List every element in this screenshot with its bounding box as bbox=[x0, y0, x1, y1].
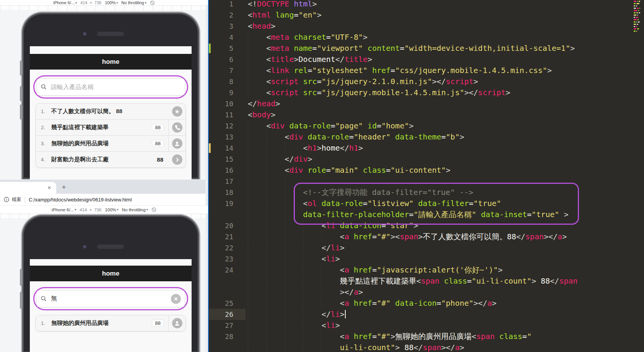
line-number: 24 bbox=[209, 264, 233, 276]
code-text: <a href="#"><span>不了人數文檔你可以簡。88</span></… bbox=[248, 231, 567, 242]
code-line[interactable]: 14 <h1>home</h1> bbox=[209, 143, 644, 154]
zoom-select[interactable]: 100% ▾ bbox=[105, 208, 118, 212]
code-line[interactable]: 21 <a href="#"><span>不了人數文檔你可以簡。88</span… bbox=[209, 231, 644, 242]
code-line[interactable]: 7 <link rel="stylesheet" href="css/jquer… bbox=[209, 65, 644, 76]
code-line[interactable]: 28 <a href="#">無聊她的廣州用品廣場<span class=" bbox=[209, 331, 644, 342]
viewport-height[interactable]: 736 bbox=[94, 208, 101, 212]
code-line[interactable]: 18 <!--文字搜尋功能 data-filter="true" --> bbox=[209, 187, 644, 198]
code-line[interactable]: 9 <script src="js/jquery.mobile-1.4.5.mi… bbox=[209, 87, 644, 98]
list-item[interactable]: 3.無聊她的廣州用品廣場88 bbox=[36, 135, 185, 151]
volume-down-button bbox=[20, 292, 23, 309]
search-input[interactable] bbox=[50, 295, 171, 303]
device-select[interactable]: iPhone 6/... ▾ bbox=[53, 0, 77, 5]
code-text: <a href="#" data-icon="phone"></a> bbox=[248, 298, 496, 309]
code-line[interactable]: 3<head> bbox=[209, 21, 644, 32]
list-item[interactable]: 1.無聊她的廣州用品廣場88 bbox=[36, 315, 185, 331]
phone-button[interactable] bbox=[169, 122, 185, 133]
line-number: 13 bbox=[209, 131, 233, 143]
code-text: ui-li-count"> 88</span></a> bbox=[248, 342, 464, 352]
list-item-text: 財富動力是啊出去工廠 bbox=[51, 156, 157, 163]
line-number: 11 bbox=[209, 109, 233, 120]
person-icon bbox=[172, 318, 182, 328]
count-text: 88 bbox=[157, 156, 163, 163]
line-number: 18 bbox=[209, 187, 233, 198]
code-line[interactable]: 23 <li> bbox=[209, 253, 644, 264]
screenshot-root: iPhone 6/... ▾ 414 × 736 100% ▾ No throt… bbox=[0, 0, 644, 352]
code-line[interactable]: 22 </li> bbox=[209, 242, 644, 253]
code-editor[interactable]: 1<!DOCTYPE html>2<html lang="en">3<head>… bbox=[208, 0, 644, 352]
times-symbol: × bbox=[89, 208, 92, 212]
code-text: <li> bbox=[248, 320, 340, 331]
info-icon[interactable] bbox=[4, 197, 9, 202]
code-line[interactable]: ></a> bbox=[209, 287, 644, 298]
search-input[interactable] bbox=[50, 83, 181, 91]
code-line[interactable]: 11<body> bbox=[209, 109, 644, 120]
new-tab-button[interactable]: + bbox=[59, 182, 69, 193]
text-cursor bbox=[345, 310, 346, 318]
volume-up-button bbox=[20, 269, 23, 286]
caret-down-icon: ▾ bbox=[116, 1, 118, 5]
code-line[interactable]: 20 <li data-icon="star"> bbox=[209, 220, 644, 231]
line-number: 8 bbox=[209, 76, 233, 87]
code-line[interactable]: 12 <div data-role="page" id="home"> bbox=[209, 120, 644, 131]
line-number: 2 bbox=[209, 10, 233, 21]
code-line[interactable]: 4 <meta charset="UTF-8"> bbox=[209, 32, 644, 43]
viewport-width[interactable]: 414 bbox=[80, 208, 87, 212]
search-filter-bar[interactable] bbox=[36, 290, 185, 307]
code-line[interactable]: 10</head> bbox=[209, 98, 644, 109]
code-line[interactable]: 19 <ol data-role="listview" data-filter=… bbox=[209, 198, 644, 209]
code-line[interactable]: 27 <li> bbox=[209, 320, 644, 331]
code-line[interactable]: 幾乎點這裡下載建築畢<span class="ui-li-count"> 88<… bbox=[209, 276, 644, 287]
zoom-select[interactable]: 100% ▾ bbox=[105, 0, 118, 5]
person-icon bbox=[172, 138, 182, 149]
listview: 1.無聊她的廣州用品廣場88 bbox=[36, 315, 186, 331]
code-text: <li> bbox=[248, 253, 340, 264]
address-bar[interactable]: 檔案 C:/xampp/htdocs/webdesign/0619-listvi… bbox=[0, 194, 208, 206]
code-line[interactable]: data-filter-placeholder="請輸入產品名稱" data-i… bbox=[209, 209, 644, 220]
list-item-number: 1. bbox=[41, 320, 51, 326]
person-button[interactable] bbox=[169, 138, 185, 149]
volume-down-button bbox=[20, 104, 23, 120]
file-scheme-label: 檔案 bbox=[12, 196, 21, 203]
listview: 1.不了人數文檔你可以簡。 88★2.幾乎點這裡下載建築畢883.無聊她的廣州用… bbox=[36, 103, 186, 168]
code-line[interactable]: 15 </div> bbox=[209, 154, 644, 165]
line-number: 20 bbox=[209, 220, 233, 231]
code-text: <script src="js/jquery.mobile-1.4.5.min.… bbox=[248, 87, 510, 98]
code-line[interactable]: 6 <title>Document</title> bbox=[209, 54, 644, 65]
line-number: 26 bbox=[209, 309, 233, 320]
code-line[interactable]: 8 <script src="js/jquery-2.1.0.min.js"><… bbox=[209, 76, 644, 87]
code-line[interactable]: 26 </li> bbox=[209, 309, 644, 320]
viewport-height[interactable]: 736 bbox=[94, 0, 101, 5]
throttling-select[interactable]: No throttling ▾ bbox=[121, 0, 146, 5]
code-line[interactable]: 16 <div role="main" class="ui-content"> bbox=[209, 165, 644, 176]
browser-tab[interactable]: × bbox=[0, 182, 56, 194]
line-number: 12 bbox=[209, 120, 233, 131]
list-item[interactable]: 2.幾乎點這裡下載建築畢88 bbox=[36, 119, 185, 135]
code-line[interactable]: 1<!DOCTYPE html> bbox=[209, 0, 644, 10]
code-line[interactable]: 13 <div data-role="header" data-theme="b… bbox=[209, 131, 644, 143]
code-line[interactable]: ui-li-count"> 88</span></a> bbox=[209, 342, 644, 352]
code-line[interactable]: 17 bbox=[209, 176, 644, 187]
code-line[interactable]: 24 <a href="javascript:alert('你好~')"> bbox=[209, 264, 644, 276]
star-button[interactable]: ★ bbox=[169, 106, 185, 117]
page-header: home bbox=[30, 266, 192, 281]
clear-search-button[interactable] bbox=[171, 294, 181, 304]
line-number: 19 bbox=[209, 198, 233, 209]
viewport-width[interactable]: 414 bbox=[80, 0, 87, 5]
code-text: <link rel="stylesheet" href="css/jquery.… bbox=[248, 65, 552, 76]
device-select[interactable]: iPhone 6/... ▾ bbox=[52, 208, 76, 212]
person-button[interactable] bbox=[169, 318, 185, 328]
list-item[interactable]: 4.財富動力是啊出去工廠88 bbox=[36, 151, 185, 167]
minimap[interactable] bbox=[634, 1, 644, 33]
throttling-select[interactable]: No throttling ▾ bbox=[122, 208, 148, 212]
search-filter-bar[interactable] bbox=[36, 78, 185, 96]
chevron-button[interactable] bbox=[169, 154, 185, 165]
code-line[interactable]: 25 <a href="#" data-icon="phone"></a> bbox=[209, 298, 644, 309]
list-item[interactable]: 1.不了人數文檔你可以簡。 88★ bbox=[36, 104, 185, 119]
tab-close-button[interactable]: × bbox=[46, 184, 53, 191]
code-line[interactable]: 5 <meta name="viewport" content="width=d… bbox=[209, 43, 644, 54]
code-line[interactable]: 2<html lang="en"> bbox=[209, 10, 644, 21]
indent-guide bbox=[248, 176, 248, 187]
tab-strip: × + bbox=[0, 180, 208, 194]
code-text: <body> bbox=[248, 109, 275, 120]
